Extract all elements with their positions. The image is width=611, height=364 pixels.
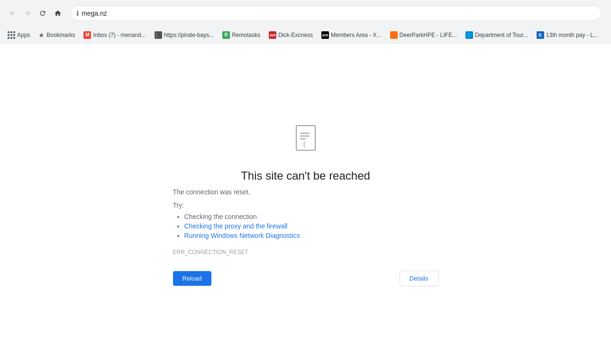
bookmark-label: Inbox (7) - menand... (93, 32, 146, 38)
error-list: Checking the connection Checking the pro… (173, 213, 300, 241)
bookmarks-icon: ★ (38, 31, 45, 39)
list-item-diagnostics: Running Windows Network Diagnostics (184, 232, 300, 239)
reload-nav-button[interactable] (36, 7, 49, 20)
nav-bar: ℹ (0, 0, 611, 27)
error-title: This site can't be reached (241, 169, 370, 182)
error-actions: Reload Details (173, 271, 438, 286)
members-favicon: xm (321, 31, 329, 39)
gmail-favicon: M (83, 31, 91, 39)
bookmark-excness[interactable]: xm Dick-Excness (265, 28, 317, 42)
apps-label: Apps (17, 32, 30, 38)
apps-grid-icon (8, 31, 15, 39)
bookmark-pirate[interactable]: 🏴 https://pirate-bays... (151, 28, 218, 42)
pirate-favicon: 🏴 (155, 31, 162, 39)
bookmark-deer[interactable]: 🦌 DeerParkHPE - LIFE... (386, 28, 461, 42)
dept-favicon: 🌐 (465, 31, 473, 39)
bookmark-bookmarks[interactable]: ★ Bookmarks (35, 28, 79, 42)
svg-rect-0 (296, 126, 315, 150)
back-button[interactable] (6, 7, 19, 20)
error-icon: :( (289, 122, 323, 158)
bookmarks-bar: Apps ★ Bookmarks M Inbox (7) - menand...… (0, 27, 611, 44)
bookmark-label: Department of Tour... (475, 32, 528, 38)
bookmark-gmail[interactable]: M Inbox (7) - menand... (80, 28, 149, 42)
error-subtitle: The connection was reset. (173, 188, 250, 196)
13th-favicon: E (537, 31, 544, 39)
list-item-proxy: Checking the proxy and the firewall (184, 222, 300, 230)
diagnostics-link[interactable]: Running Windows Network Diagnostics (184, 232, 300, 239)
bookmark-dept[interactable]: 🌐 Department of Tour... (462, 28, 532, 42)
bookmark-members[interactable]: xm Members Area - X... (318, 28, 385, 42)
bookmark-remotasks[interactable]: R Remotasks (219, 28, 264, 42)
details-button[interactable]: Details (400, 271, 438, 286)
bookmark-label: 13th month pay - L... (546, 32, 598, 38)
error-code: ERR_CONNECTION_RESET (173, 249, 248, 255)
bookmark-label: DeerParkHPE - LIFE... (400, 32, 457, 38)
bookmark-label: Members Area - X... (331, 32, 382, 38)
bookmark-13th[interactable]: E 13th month pay - L... (533, 28, 602, 42)
home-button[interactable] (51, 7, 64, 20)
list-item-connection: Checking the connection (184, 213, 300, 220)
reload-button[interactable]: Reload (173, 271, 211, 286)
try-label: Try: (173, 201, 184, 209)
apps-button[interactable]: Apps (4, 28, 34, 42)
bookmark-label: Bookmarks (46, 32, 75, 38)
info-icon: ℹ (76, 9, 79, 17)
excness-favicon: xm (269, 31, 276, 39)
remotasks-favicon: R (222, 31, 230, 39)
page-content: :( This site can't be reached The connec… (0, 44, 611, 364)
deer-favicon: 🦌 (390, 31, 398, 39)
bookmark-label: https://pirate-bays... (164, 32, 214, 38)
bookmark-label: Dick-Excness (278, 32, 313, 38)
url-input[interactable] (82, 9, 595, 17)
error-container: :( This site can't be reached The connec… (164, 122, 448, 286)
forward-button[interactable] (21, 7, 34, 20)
address-bar[interactable]: ℹ (70, 6, 602, 21)
proxy-link[interactable]: Checking the proxy and the firewall (184, 222, 288, 230)
bookmark-label: Remotasks (232, 32, 260, 38)
svg-text::(: :( (301, 140, 306, 148)
